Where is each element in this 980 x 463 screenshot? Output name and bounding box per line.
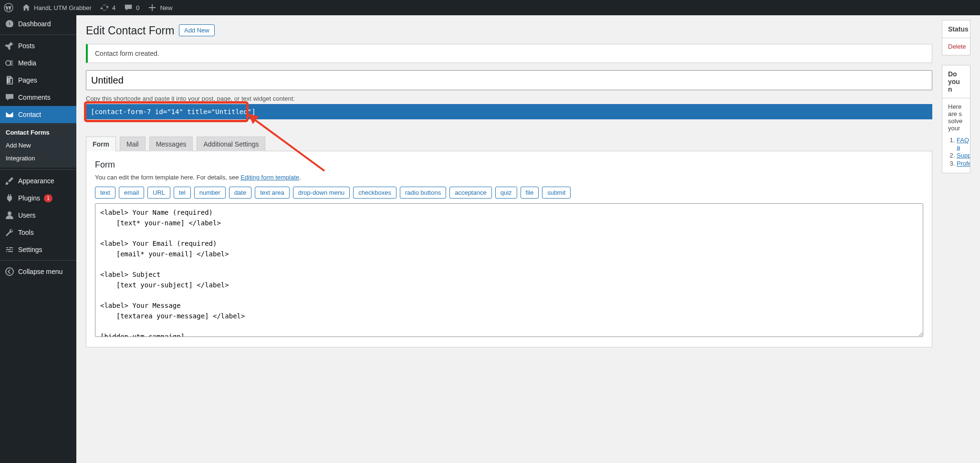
wordpress-logo-icon (4, 3, 13, 12)
svg-point-1 (6, 61, 10, 65)
tag-number[interactable]: number (194, 187, 226, 199)
menu-label: Plugins (18, 194, 40, 202)
submenu-integration[interactable]: Integration (0, 152, 76, 165)
sliders-icon (5, 245, 14, 254)
tag-date[interactable]: date (229, 187, 251, 199)
menu-label: Tools (18, 229, 34, 236)
menu-settings[interactable]: Settings (0, 241, 76, 258)
plus-icon (148, 3, 156, 12)
menu-contact[interactable]: Contact (0, 106, 76, 123)
menu-pages[interactable]: Pages (0, 72, 76, 89)
wp-logo[interactable] (4, 3, 13, 12)
menu-label: Appearance (18, 177, 54, 185)
tag-submit[interactable]: submit (542, 187, 571, 199)
form-panel-heading: Form (95, 160, 923, 170)
tab-additional-settings[interactable]: Additional Settings (197, 137, 265, 151)
tag-textarea[interactable]: text area (255, 187, 290, 199)
pin-icon (5, 41, 14, 51)
page-title: Edit Contact Form (86, 20, 174, 39)
tag-dropdown[interactable]: drop-down menu (293, 187, 350, 199)
page-icon (5, 75, 14, 85)
editing-template-link[interactable]: Editing form template (240, 174, 299, 181)
menu-posts[interactable]: Posts (0, 37, 76, 54)
tag-tel[interactable]: tel (174, 187, 191, 199)
submenu-add-new[interactable]: Add New (0, 139, 76, 152)
help-links: FAQ a Suppo Profes (948, 137, 964, 167)
media-icon (5, 58, 14, 68)
wrench-icon (5, 228, 14, 237)
tag-acceptance[interactable]: acceptance (449, 187, 492, 199)
menu-dashboard[interactable]: Dashboard (0, 15, 76, 32)
menu-media[interactable]: Media (0, 54, 76, 72)
success-notice: Contact form created. (86, 44, 932, 63)
mail-icon (5, 110, 14, 119)
brush-icon (5, 176, 14, 186)
tag-email[interactable]: email (119, 187, 144, 199)
updates-count: 4 (112, 4, 115, 11)
menu-label: Comments (18, 94, 51, 101)
tab-form[interactable]: Form (86, 137, 116, 151)
menu-tools[interactable]: Tools (0, 224, 76, 241)
help-heading: Do you n (942, 65, 970, 98)
menu-separator (0, 168, 76, 170)
tag-file[interactable]: file (521, 187, 539, 199)
menu-label: Media (18, 59, 36, 67)
submenu-contact-forms[interactable]: Contact Forms (0, 126, 76, 139)
new-label: New (160, 4, 172, 11)
menu-label: Users (18, 211, 36, 219)
admin-bar: HandL UTM Grabber 4 0 New (0, 0, 980, 15)
menu-separator (0, 258, 76, 261)
menu-collapse[interactable]: Collapse menu (0, 263, 76, 280)
new-content-link[interactable]: New (148, 3, 172, 12)
submenu-contact: Contact Forms Add New Integration (0, 123, 76, 168)
comments-link[interactable]: 0 (124, 3, 139, 12)
comment-icon (124, 3, 133, 12)
add-new-button[interactable]: Add New (179, 24, 215, 36)
editor-tabs: Form Mail Messages Additional Settings (86, 137, 932, 151)
help-support-link[interactable]: Suppo (957, 152, 970, 159)
user-icon (5, 210, 14, 220)
form-panel-desc: You can edit the form template here. For… (95, 174, 923, 181)
menu-label: Dashboard (18, 20, 51, 28)
help-pro-link[interactable]: Profes (957, 160, 970, 167)
menu-users[interactable]: Users (0, 207, 76, 224)
menu-label: Collapse menu (18, 268, 63, 275)
svg-point-2 (8, 211, 11, 215)
menu-label: Contact (18, 111, 41, 118)
site-link[interactable]: HandL UTM Grabber (22, 3, 92, 12)
help-text: Here are s solve your (948, 103, 964, 132)
tag-radio[interactable]: radio buttons (400, 187, 446, 199)
svg-point-0 (4, 3, 13, 12)
menu-label: Pages (18, 76, 37, 84)
notice-text: Contact form created. (95, 50, 159, 57)
refresh-icon (100, 3, 109, 12)
updates-link[interactable]: 4 (100, 3, 115, 12)
help-faq-link[interactable]: FAQ a (957, 137, 969, 151)
help-postbox: Do you n Here are s solve your FAQ a Sup… (942, 65, 970, 173)
form-panel: Form You can edit the form template here… (86, 151, 932, 347)
menu-appearance[interactable]: Appearance (0, 172, 76, 189)
tag-url[interactable]: URL (147, 187, 170, 199)
form-template-textarea[interactable] (95, 203, 923, 337)
shortcode-hint: Copy this shortcode and paste it into yo… (86, 95, 932, 102)
plug-icon (5, 193, 14, 203)
tab-mail[interactable]: Mail (120, 137, 146, 151)
delete-link[interactable]: Delete (948, 43, 966, 50)
svg-point-3 (6, 268, 13, 275)
comments-count: 0 (136, 4, 139, 11)
site-name: HandL UTM Grabber (34, 4, 92, 11)
dashboard-icon (5, 19, 14, 29)
tag-generator-row: text email URL tel number date text area… (95, 187, 923, 199)
status-heading: Status (942, 21, 970, 38)
tag-checkboxes[interactable]: checkboxes (353, 187, 396, 199)
shortcode-input[interactable] (86, 104, 932, 119)
comment-icon (5, 93, 14, 102)
menu-comments[interactable]: Comments (0, 89, 76, 106)
menu-plugins[interactable]: Plugins 1 (0, 189, 76, 207)
tag-text[interactable]: text (95, 187, 115, 199)
tag-quiz[interactable]: quiz (495, 187, 517, 199)
home-icon (22, 3, 31, 12)
tab-messages[interactable]: Messages (149, 137, 193, 151)
shortcode-wrap (86, 104, 932, 119)
form-title-input[interactable] (86, 70, 932, 90)
